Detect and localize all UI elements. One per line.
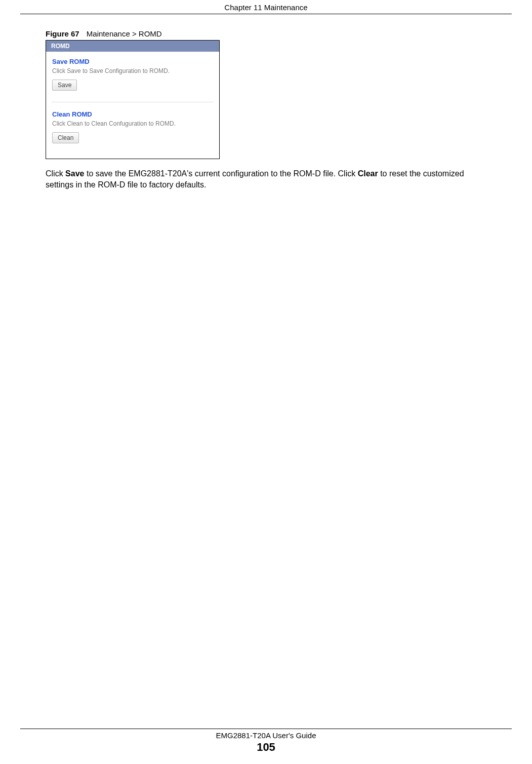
figure-caption: Figure 67 Maintenance > ROMD bbox=[46, 29, 486, 38]
footer-guide-title: EMG2881-T20A User's Guide bbox=[20, 731, 512, 740]
clean-romd-desc: Click Clean to Clean Confuguration to RO… bbox=[52, 120, 213, 127]
figure-caption-text: Maintenance > ROMD bbox=[87, 29, 162, 38]
romd-panel-header: ROMD bbox=[46, 41, 219, 52]
page-content: Figure 67 Maintenance > ROMD ROMD Save R… bbox=[20, 14, 512, 764]
para-text-c: to save the EMG2881-T20A's current confi… bbox=[84, 169, 357, 178]
footer-rule bbox=[20, 729, 512, 729]
romd-screenshot: ROMD Save ROMD Click Save to Save Config… bbox=[46, 40, 220, 159]
page-footer: EMG2881-T20A User's Guide 105 bbox=[20, 729, 512, 754]
save-button[interactable]: Save bbox=[52, 80, 77, 91]
romd-panel-title: ROMD bbox=[46, 43, 70, 50]
clean-button[interactable]: Clean bbox=[52, 132, 79, 143]
chapter-title: Chapter 11 Maintenance bbox=[224, 3, 307, 12]
body-paragraph: Click Save to save the EMG2881-T20A's cu… bbox=[46, 168, 486, 190]
para-text-a: Click bbox=[46, 169, 65, 178]
para-bold-clear: Clear bbox=[358, 169, 378, 178]
save-romd-title: Save ROMD bbox=[52, 58, 213, 65]
save-romd-desc: Click Save to Save Configuration to ROMD… bbox=[52, 67, 213, 74]
romd-panel-body: Save ROMD Click Save to Save Configurati… bbox=[46, 52, 219, 159]
para-bold-save: Save bbox=[65, 169, 84, 178]
clean-romd-title: Clean ROMD bbox=[52, 110, 213, 118]
figure-label: Figure 67 bbox=[46, 29, 79, 38]
page-header: Chapter 11 Maintenance bbox=[20, 0, 512, 14]
footer-page-number: 105 bbox=[20, 741, 512, 754]
section-divider bbox=[52, 102, 213, 102]
